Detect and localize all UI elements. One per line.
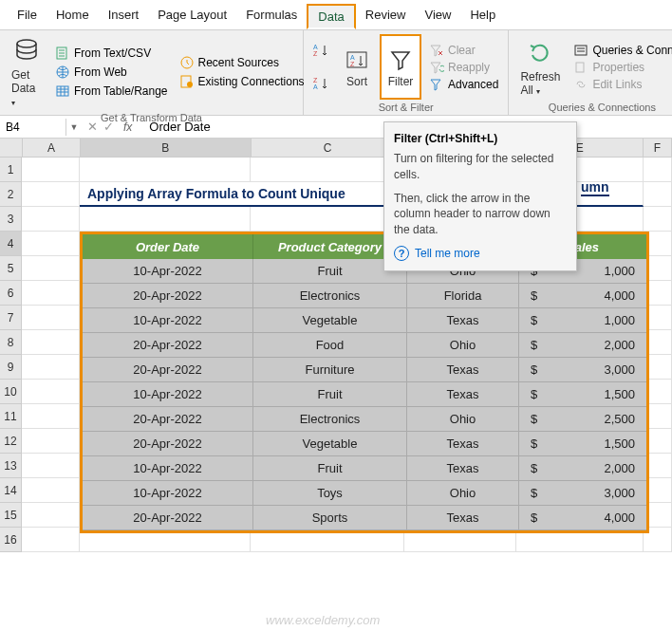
header-order-date[interactable]: Order Date bbox=[83, 234, 253, 259]
row-header-3[interactable]: 3 bbox=[0, 207, 22, 232]
row-header-6[interactable]: 6 bbox=[0, 281, 22, 306]
row-header-2[interactable]: 2 bbox=[0, 182, 22, 207]
cell-category[interactable]: Electronics bbox=[253, 407, 407, 432]
tab-insert[interactable]: Insert bbox=[99, 4, 149, 29]
table-row[interactable]: 10-Apr-2022FruitTexas$1,500 bbox=[83, 382, 646, 407]
col-header-f[interactable]: F bbox=[644, 139, 672, 158]
cell-sales[interactable]: $3,000 bbox=[519, 481, 646, 506]
table-row[interactable]: 20-Apr-2022ElectronicsFlorida$4,000 bbox=[83, 284, 646, 308]
advanced-button[interactable]: Advanced bbox=[425, 77, 502, 92]
tab-view[interactable]: View bbox=[415, 4, 460, 29]
existing-connections-button[interactable]: Existing Connections bbox=[176, 73, 308, 90]
cell-date[interactable]: 20-Apr-2022 bbox=[83, 333, 253, 358]
cell-category[interactable]: Vegetable bbox=[253, 308, 407, 333]
from-table-button[interactable]: From Table/Range bbox=[51, 83, 172, 100]
cell-sales[interactable]: $4,000 bbox=[519, 284, 646, 308]
enter-formula-icon[interactable]: ✓ bbox=[103, 120, 114, 134]
fx-icon[interactable]: fx bbox=[120, 121, 136, 134]
cell-category[interactable]: Furniture bbox=[253, 358, 407, 382]
cell-date[interactable]: 10-Apr-2022 bbox=[83, 456, 253, 481]
sort-az-button[interactable]: AZ bbox=[309, 42, 334, 59]
cell-sales[interactable]: $3,000 bbox=[519, 358, 646, 382]
cell-category[interactable]: Sports bbox=[253, 506, 407, 530]
reapply-button[interactable]: Reapply bbox=[425, 60, 502, 75]
cell-state[interactable]: Texas bbox=[407, 382, 519, 407]
cell-sales[interactable]: $1,000 bbox=[519, 308, 646, 333]
table-row[interactable]: 20-Apr-2022FoodOhio$2,000 bbox=[83, 333, 646, 358]
cell-state[interactable]: Texas bbox=[407, 456, 519, 481]
row-header-7[interactable]: 7 bbox=[0, 306, 22, 330]
cell-sales[interactable]: $2,500 bbox=[519, 407, 646, 432]
name-box[interactable]: B4 bbox=[0, 119, 66, 136]
cell-state[interactable]: Ohio bbox=[407, 333, 519, 358]
tell-me-more-link[interactable]: ?Tell me more bbox=[394, 246, 567, 261]
cell-date[interactable]: 10-Apr-2022 bbox=[83, 259, 253, 284]
cell-category[interactable]: Fruit bbox=[253, 456, 407, 481]
cell-category[interactable]: Fruit bbox=[253, 382, 407, 407]
row-header-5[interactable]: 5 bbox=[0, 256, 22, 281]
cell-state[interactable]: Ohio bbox=[407, 481, 519, 506]
sort-za-button[interactable]: ZA bbox=[309, 75, 334, 92]
cell-date[interactable]: 10-Apr-2022 bbox=[83, 308, 253, 333]
row-header-1[interactable]: 1 bbox=[0, 158, 22, 182]
table-row[interactable]: 20-Apr-2022ElectronicsOhio$2,500 bbox=[83, 407, 646, 432]
row-header-16[interactable]: 16 bbox=[0, 528, 22, 552]
row-header-15[interactable]: 15 bbox=[0, 503, 22, 528]
edit-links-button[interactable]: Edit Links bbox=[569, 77, 672, 92]
from-web-button[interactable]: From Web bbox=[51, 64, 172, 81]
cell-state[interactable]: Texas bbox=[407, 432, 519, 456]
col-header-b[interactable]: B bbox=[81, 139, 252, 158]
tab-home[interactable]: Home bbox=[47, 4, 99, 29]
recent-sources-button[interactable]: Recent Sources bbox=[176, 54, 308, 71]
cell-date[interactable]: 20-Apr-2022 bbox=[83, 358, 253, 382]
table-row[interactable]: 10-Apr-2022FruitTexas$2,000 bbox=[83, 456, 646, 481]
tab-page-layout[interactable]: Page Layout bbox=[148, 4, 236, 29]
sort-button[interactable]: AZ Sort bbox=[338, 34, 376, 100]
cell-category[interactable]: Food bbox=[253, 333, 407, 358]
row-header-10[interactable]: 10 bbox=[0, 380, 22, 404]
tab-review[interactable]: Review bbox=[356, 4, 416, 29]
properties-button[interactable]: Properties bbox=[569, 60, 672, 75]
cell-state[interactable]: Florida bbox=[407, 284, 519, 308]
row-header-8[interactable]: 8 bbox=[0, 330, 22, 355]
tab-help[interactable]: Help bbox=[460, 4, 505, 29]
clear-button[interactable]: Clear bbox=[425, 43, 502, 58]
col-header-c[interactable]: C bbox=[252, 139, 405, 158]
table-row[interactable]: 20-Apr-2022FurnitureTexas$3,000 bbox=[83, 358, 646, 382]
cell-sales[interactable]: $1,500 bbox=[519, 382, 646, 407]
table-row[interactable]: 10-Apr-2022VegetableTexas$1,000 bbox=[83, 308, 646, 333]
cell-category[interactable]: Electronics bbox=[253, 284, 407, 308]
cell-date[interactable]: 20-Apr-2022 bbox=[83, 407, 253, 432]
col-header-a[interactable]: A bbox=[23, 139, 81, 158]
table-row[interactable]: 20-Apr-2022SportsTexas$4,000 bbox=[83, 506, 646, 530]
cell-date[interactable]: 20-Apr-2022 bbox=[83, 506, 253, 530]
cell-category[interactable]: Vegetable bbox=[253, 432, 407, 456]
row-header-12[interactable]: 12 bbox=[0, 429, 22, 454]
table-row[interactable]: 20-Apr-2022VegetableTexas$1,500 bbox=[83, 432, 646, 456]
name-box-dropdown[interactable]: ▼ bbox=[66, 122, 82, 132]
filter-button[interactable]: Filter bbox=[380, 34, 421, 100]
cell-state[interactable]: Texas bbox=[407, 506, 519, 530]
row-header-11[interactable]: 11 bbox=[0, 404, 22, 429]
cancel-formula-icon[interactable]: ✕ bbox=[87, 120, 98, 134]
cell-state[interactable]: Texas bbox=[407, 358, 519, 382]
get-data-button[interactable]: GetData ▾ bbox=[6, 34, 47, 110]
cell-category[interactable]: Toys bbox=[253, 481, 407, 506]
from-text-csv-button[interactable]: From Text/CSV bbox=[51, 45, 172, 62]
cell-date[interactable]: 20-Apr-2022 bbox=[83, 432, 253, 456]
cell-date[interactable]: 20-Apr-2022 bbox=[83, 284, 253, 308]
cell-sales[interactable]: $2,000 bbox=[519, 456, 646, 481]
cell-sales[interactable]: $4,000 bbox=[519, 506, 646, 530]
row-header-4[interactable]: 4 bbox=[0, 232, 22, 256]
cell-state[interactable]: Texas bbox=[407, 308, 519, 333]
row-header-14[interactable]: 14 bbox=[0, 478, 22, 503]
tab-file[interactable]: File bbox=[8, 4, 47, 29]
cell-date[interactable]: 10-Apr-2022 bbox=[83, 382, 253, 407]
row-header-13[interactable]: 13 bbox=[0, 454, 22, 478]
cell-date[interactable]: 10-Apr-2022 bbox=[83, 481, 253, 506]
cell-sales[interactable]: $1,500 bbox=[519, 432, 646, 456]
tab-formulas[interactable]: Formulas bbox=[236, 4, 307, 29]
queries-button[interactable]: Queries & Connec bbox=[569, 43, 672, 58]
cell-sales[interactable]: $2,000 bbox=[519, 333, 646, 358]
select-all-corner[interactable] bbox=[0, 139, 23, 158]
